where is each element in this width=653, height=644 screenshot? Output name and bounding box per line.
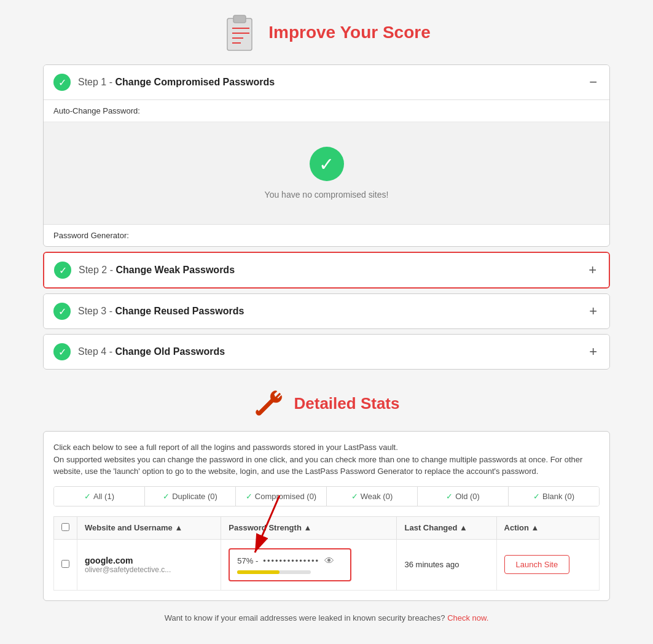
step1-toggle-button[interactable]: − [587, 74, 600, 90]
filter-tab-all[interactable]: ✓ All (1) [54, 487, 145, 506]
stats-description: Click each below to see a full report of… [53, 441, 600, 478]
password-dots: •••••••••••••• [263, 556, 319, 565]
password-row: 57% - •••••••••••••• 👁 [237, 556, 343, 567]
password-generator-label: Password Generator: [44, 225, 609, 246]
step4-check-icon: ✓ [53, 343, 71, 360]
stats-container: Click each below to see a full report of… [43, 431, 610, 601]
page-header: Improve Your Score [43, 12, 610, 52]
auto-change-label: Auto-Change Password: [44, 100, 609, 122]
row-last-changed-cell: 36 minutes ago [397, 539, 496, 590]
step3-label: Step 3 - Change Reused Passwords [78, 306, 587, 317]
step2-label: Step 2 - Change Weak Passwords [79, 265, 586, 276]
last-changed-value: 36 minutes ago [404, 560, 459, 569]
table-header-website[interactable]: Website and Username ▲ [77, 516, 221, 539]
table-header-last-changed[interactable]: Last Changed ▲ [397, 516, 496, 539]
row-checkbox-cell [54, 539, 77, 590]
filter-tab-old[interactable]: ✓ Old (0) [418, 487, 509, 506]
step4-header[interactable]: ✓ Step 4 - Change Old Passwords + [44, 335, 609, 369]
step3-header[interactable]: ✓ Step 3 - Change Reused Passwords + [44, 294, 609, 328]
table-header-password-strength[interactable]: Password Strength ▲ [221, 516, 397, 539]
step1-check-icon: ✓ [53, 74, 71, 91]
filter-tab-weak[interactable]: ✓ Weak (0) [327, 487, 418, 506]
website-name: google.com [85, 556, 213, 565]
detailed-stats-header: Detailed Stats [43, 388, 610, 419]
no-compromised-check-icon: ✓ [310, 147, 344, 181]
filter-tab-duplicate[interactable]: ✓ Duplicate (0) [145, 487, 236, 506]
row-password-strength-cell: 57% - •••••••••••••• 👁 [221, 539, 397, 590]
step3-container: ✓ Step 3 - Change Reused Passwords + [43, 293, 610, 329]
password-strength-highlight: 57% - •••••••••••••• 👁 [229, 548, 351, 581]
bottom-note: Want to know if your email addresses wer… [43, 613, 610, 623]
svg-rect-1 [233, 15, 246, 23]
step3-toggle-button[interactable]: + [587, 303, 600, 319]
filter-tab-compromised[interactable]: ✓ Compromised (0) [236, 487, 327, 506]
select-all-checkbox[interactable] [61, 523, 69, 531]
website-username: oliver@safetydetective.c... [85, 565, 213, 574]
step2-check-icon: ✓ [54, 262, 71, 279]
no-compromised-text: You have no compromised sites! [265, 190, 389, 200]
table-header-checkbox [54, 516, 77, 539]
table-header-action[interactable]: Action ▲ [496, 516, 599, 539]
clipboard-icon [222, 12, 256, 52]
row-website-cell: google.com oliver@safetydetective.c... [77, 539, 221, 590]
strength-bar [237, 570, 279, 574]
row-checkbox[interactable] [61, 560, 69, 568]
step1-label: Step 1 - Change Compromised Passwords [78, 77, 587, 88]
step1-container: ✓ Step 1 - Change Compromised Passwords … [43, 64, 610, 247]
step4-toggle-button[interactable]: + [587, 344, 600, 360]
step2-container: ✓ Step 2 - Change Weak Passwords + [43, 252, 610, 289]
table-row: google.com oliver@safetydetective.c... 5… [54, 539, 600, 590]
filter-tab-blank[interactable]: ✓ Blank (0) [509, 487, 599, 506]
eye-icon[interactable]: 👁 [324, 556, 334, 567]
step4-label: Step 4 - Change Old Passwords [78, 346, 587, 357]
table-header-row: Website and Username ▲ Password Strength… [54, 516, 600, 539]
strength-bar-container [237, 570, 311, 574]
check-now-link[interactable]: Check now. [447, 613, 488, 623]
step1-header[interactable]: ✓ Step 1 - Change Compromised Passwords … [44, 65, 609, 99]
page-title: Improve Your Score [268, 23, 431, 42]
no-compromised-area: ✓ You have no compromised sites! [44, 122, 609, 225]
svg-rect-0 [227, 18, 252, 50]
tools-icon [254, 388, 284, 419]
step4-container: ✓ Step 4 - Change Old Passwords + [43, 334, 610, 370]
launch-site-button[interactable]: Launch Site [504, 555, 570, 574]
data-table: Website and Username ▲ Password Strength… [53, 516, 600, 591]
step2-header[interactable]: ✓ Step 2 - Change Weak Passwords + [44, 253, 609, 287]
step1-content: Auto-Change Password: ✓ You have no comp… [44, 99, 609, 246]
row-action-cell: Launch Site [496, 539, 599, 590]
step3-check-icon: ✓ [53, 303, 71, 320]
detailed-stats-title: Detailed Stats [294, 394, 400, 413]
strength-percentage: 57% - [237, 556, 258, 565]
filter-tabs: ✓ All (1) ✓ Duplicate (0) ✓ Compromised … [53, 486, 600, 506]
step2-toggle-button[interactable]: + [586, 262, 599, 278]
